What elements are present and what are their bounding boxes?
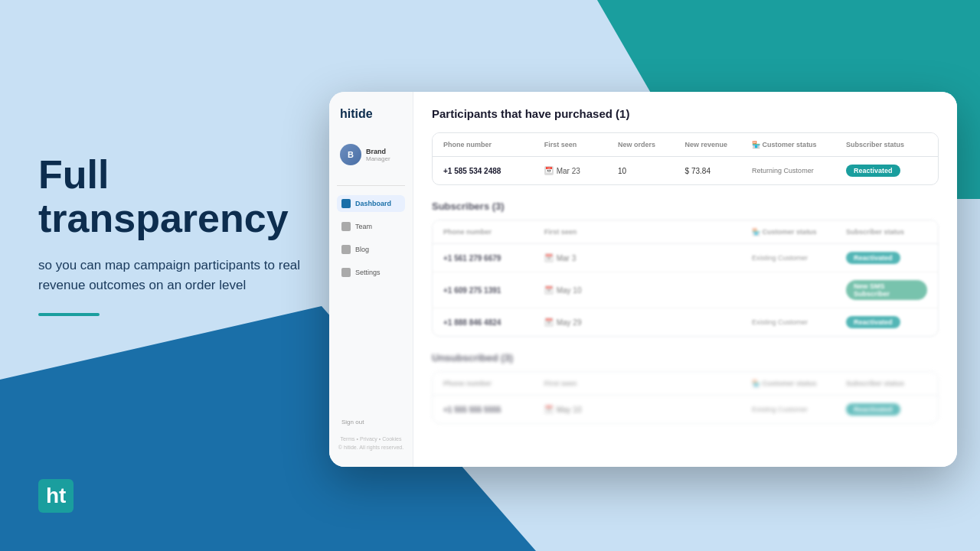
cell-new-orders: 10 — [618, 167, 679, 175]
col-customer-status: 🏪 Customer status — [752, 141, 840, 148]
logo-bottom: ht — [38, 479, 74, 513]
calendar-icon: 📅 — [544, 405, 554, 414]
col-new-orders: New orders — [618, 141, 679, 148]
dashboard-icon — [341, 199, 351, 208]
settings-icon — [341, 268, 351, 277]
accent-line — [38, 313, 100, 316]
cell-date: 📅 May 10 — [544, 285, 612, 295]
cell-new-revenue: $ 73.84 — [685, 167, 746, 175]
unsub-col-customer: 🏪 Customer status — [752, 380, 840, 387]
unsub-col-first-seen: First seen — [544, 380, 612, 387]
cell-subscriber-status: Reactivated — [846, 403, 927, 416]
purchased-section: Participants that have purchased (1) Pho… — [432, 107, 939, 185]
calendar-icon: 📅 — [544, 253, 554, 262]
unsubscribed-title: Unsubscribed (3) — [432, 352, 939, 364]
table-row: +1 888 846 4824 📅 May 29 Existing Custom… — [433, 308, 938, 336]
cell-customer-status: Existing Customer — [752, 406, 840, 413]
sidebar-divider — [337, 185, 405, 186]
sidebar-item-blog[interactable]: Blog — [337, 241, 405, 258]
app-window: hitide B Brand Manager Dashboard Team Bl… — [329, 92, 957, 467]
main-content: Participants that have purchased (1) Pho… — [413, 92, 957, 467]
calendar-icon: 📅 — [544, 318, 554, 327]
calendar-icon: 📅 — [544, 166, 554, 175]
unsubscribed-table: Phone number First seen 🏪 Customer statu… — [432, 371, 939, 424]
col-subscriber-status: Subscriber status — [846, 141, 927, 148]
cell-customer-status: Returning Customer — [752, 167, 840, 174]
unsub-col-subscriber: Subscriber status — [846, 380, 927, 387]
table-row: +1 561 279 6679 📅 Mar 3 Existing Custome… — [433, 244, 938, 272]
purchased-table: Phone number First seen New orders New r… — [432, 132, 939, 185]
subtext: so you can map campaign participants to … — [38, 256, 314, 295]
sub-col-phone: Phone number — [443, 228, 538, 236]
cell-customer-status: Existing Customer — [752, 318, 840, 326]
team-icon — [341, 222, 351, 231]
logo-box: ht — [38, 479, 74, 513]
subscribers-title: Subscribers (3) — [432, 201, 939, 212]
cell-phone: +1 585 534 2488 — [443, 167, 538, 175]
sign-out-button[interactable]: Sign out — [337, 416, 405, 429]
status-badge: Reactivated — [846, 165, 900, 177]
brand-sub: Manager — [366, 155, 402, 162]
unsub-col-phone: Phone number — [443, 380, 538, 387]
brand-name: Brand — [366, 148, 402, 155]
table-row: +1 609 275 1391 📅 May 10 New SMS Subscri… — [433, 272, 938, 308]
status-badge: New SMS Subscriber — [846, 280, 927, 300]
cell-subscriber-status: Reactivated — [846, 252, 927, 264]
cell-subscriber-status: Reactivated — [846, 165, 927, 177]
sub-col-4 — [685, 228, 746, 236]
table-row: +1 585 534 2488 📅 Mar 23 10 $ 73.84 Retu… — [433, 157, 938, 184]
cell-subscriber-status: New SMS Subscriber — [846, 280, 927, 300]
cell-subscriber-status: Reactivated — [846, 316, 927, 328]
subscribers-table: Phone number First seen 🏪 Customer statu… — [432, 220, 939, 337]
cell-phone: +1 555 555 5555 — [443, 406, 538, 414]
status-badge: Reactivated — [846, 403, 900, 416]
subscribers-section: Subscribers (3) Phone number First seen … — [432, 201, 939, 337]
sub-col-subscriber: Subscriber status — [846, 228, 927, 236]
status-badge: Reactivated — [846, 252, 900, 264]
brand-info: Brand Manager — [366, 148, 402, 162]
sidebar-item-team[interactable]: Team — [337, 218, 405, 235]
calendar-icon: 📅 — [544, 285, 554, 295]
purchased-table-header: Phone number First seen New orders New r… — [433, 133, 938, 157]
cell-phone: +1 609 275 1391 — [443, 286, 538, 295]
sidebar-logo: hitide — [337, 107, 405, 121]
sidebar-item-settings[interactable]: Settings — [337, 264, 405, 281]
brand-avatar: B — [340, 144, 361, 165]
cell-date: 📅 May 10 — [544, 405, 612, 414]
sidebar-brand[interactable]: B Brand Manager — [337, 139, 405, 170]
col-phone: Phone number — [443, 141, 538, 148]
cell-phone: +1 888 846 4824 — [443, 318, 538, 327]
headline: Full transparency — [38, 153, 314, 240]
subscribers-table-header: Phone number First seen 🏪 Customer statu… — [433, 220, 938, 244]
sub-col-customer: 🏪 Customer status — [752, 228, 840, 236]
col-first-seen: First seen — [544, 141, 612, 148]
col-new-revenue: New revenue — [685, 141, 746, 148]
table-row: +1 555 555 5555 📅 May 10 Existing Custom… — [433, 396, 938, 423]
blog-icon — [341, 245, 351, 254]
status-badge: Reactivated — [846, 316, 900, 328]
cell-customer-status: Existing Customer — [752, 254, 840, 262]
sub-col-3 — [618, 228, 679, 236]
cell-date: 📅 Mar 3 — [544, 253, 612, 262]
cell-first-seen: 📅 Mar 23 — [544, 166, 612, 175]
sub-col-first-seen: First seen — [544, 228, 612, 236]
unsubscribed-table-header: Phone number First seen 🏪 Customer statu… — [433, 372, 938, 396]
unsubscribed-section: Unsubscribed (3) Phone number First seen… — [432, 352, 939, 424]
left-panel: Full transparency so you can map campaig… — [38, 153, 314, 316]
cell-date: 📅 May 29 — [544, 318, 612, 327]
sidebar: hitide B Brand Manager Dashboard Team Bl… — [329, 92, 413, 467]
sidebar-footer: Terms • Privacy • Cookies© hitide. All r… — [337, 435, 405, 452]
cell-phone: +1 561 279 6679 — [443, 254, 538, 262]
sidebar-item-dashboard[interactable]: Dashboard — [337, 195, 405, 212]
page-title: Participants that have purchased (1) — [432, 107, 939, 120]
